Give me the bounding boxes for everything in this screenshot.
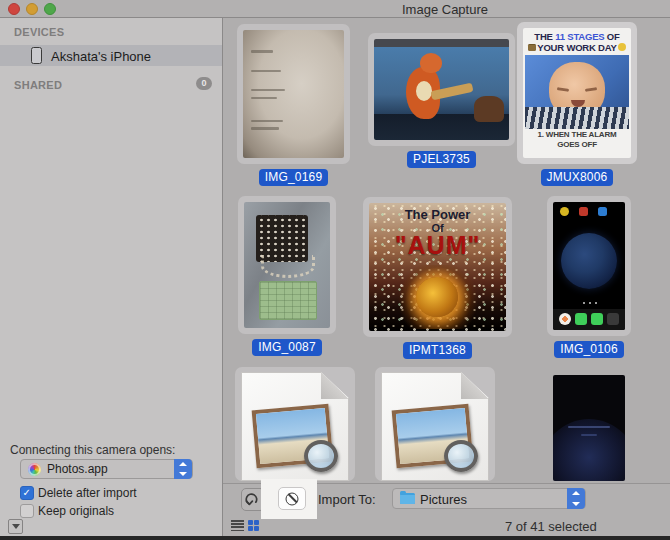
close-button-icon[interactable] <box>8 3 20 15</box>
sleepy-face-emoji-icon <box>618 43 626 51</box>
photo-preview <box>374 39 509 140</box>
sidebar: DEVICES Akshata's iPhone SHARED 0 Connec… <box>0 18 223 536</box>
meme-caption: 1. WHEN THE ALARM GOES OFF <box>523 126 631 158</box>
poster-line1: The Power <box>369 207 506 222</box>
thumbnail-pjel3735[interactable]: PJEL3735 <box>368 33 515 168</box>
page-dots <box>581 302 597 304</box>
iphone-icon <box>31 47 42 64</box>
poster-preview: The Power Of "AUM" <box>369 203 506 331</box>
photos-app-icon <box>28 463 41 476</box>
meme-title-line1: THE 11 STAGES OF <box>523 31 631 42</box>
screenshot-preview <box>553 202 625 330</box>
selection-highlight <box>368 33 515 146</box>
select-stepper-icon <box>174 459 192 479</box>
import-destination-value: Pictures <box>420 492 467 507</box>
list-view-button[interactable] <box>231 520 244 531</box>
thumbnail-jmux8006[interactable]: THE 11 STAGES OF YOUR WORK DAY 1. WHE <box>517 22 637 186</box>
checkbox-unchecked-icon[interactable] <box>20 504 34 518</box>
prohibition-icon <box>286 492 299 505</box>
filename-badge: JMUX8006 <box>541 169 614 186</box>
select-stepper-icon <box>567 488 585 509</box>
baby-photo <box>525 55 629 129</box>
selection-highlight: THE 11 STAGES OF YOUR WORK DAY 1. WHE <box>517 22 637 164</box>
filename-badge: PJEL3735 <box>407 151 476 168</box>
selection-highlight: The Power Of "AUM" <box>363 197 512 337</box>
checkbox-label: Keep originals <box>38 504 114 518</box>
title-bar: Image Capture <box>0 0 670 18</box>
dark-screenshot-preview <box>553 375 625 481</box>
minimize-button-icon[interactable] <box>26 3 38 15</box>
checkbox-label: Delete after import <box>38 486 137 500</box>
filename-badge: IMG_0169 <box>259 169 329 186</box>
photo-preview <box>243 30 344 158</box>
zoom-button-icon[interactable] <box>44 3 56 15</box>
shared-section-header: SHARED <box>14 79 62 91</box>
rotate-arrow-icon <box>244 491 260 507</box>
devices-section-header: DEVICES <box>14 26 64 38</box>
magnifier-loupe-icon <box>304 440 338 472</box>
import-to-label: Import To: <box>318 492 376 507</box>
filename-badge: IMG_0087 <box>252 339 322 356</box>
status-bar: 7 of 41 selected <box>223 516 670 536</box>
sidebar-item-device[interactable]: Akshata's iPhone <box>0 45 222 66</box>
camera-app-value: Photos.app <box>47 462 108 476</box>
shared-count-badge: 0 <box>196 77 212 90</box>
selection-highlight <box>235 367 355 481</box>
meme-title-line2: YOUR WORK DAY <box>523 42 631 53</box>
camera-opens-label: Connecting this camera opens: <box>10 443 175 457</box>
image-capture-window: Image Capture DEVICES Akshata's iPhone S… <box>0 0 670 540</box>
thumbnail-file-icon-2[interactable] <box>375 367 495 481</box>
checkbox-checked-icon[interactable] <box>20 486 34 500</box>
disclosure-button[interactable] <box>8 519 23 534</box>
selection-highlight <box>375 367 495 481</box>
thumbnail-ipmt1368[interactable]: The Power Of "AUM" IPMT1368 <box>363 197 512 359</box>
app-icon <box>560 207 569 216</box>
thumbnail-file-icon-1[interactable] <box>235 367 355 481</box>
dock-bar <box>553 309 625 330</box>
meme-preview: THE 11 STAGES OF YOUR WORK DAY 1. WHE <box>523 28 631 158</box>
camera-app-select[interactable]: Photos.app <box>20 459 193 479</box>
app-icon <box>598 207 607 216</box>
poster-line3: "AUM" <box>369 231 506 260</box>
filename-badge: IMG_0106 <box>554 341 624 358</box>
delete-button[interactable] <box>278 487 306 510</box>
selection-count: 7 of 41 selected <box>505 519 597 534</box>
window-title: Image Capture <box>402 2 488 17</box>
screen-bottom-edge <box>0 536 670 540</box>
earth-wallpaper <box>561 233 617 289</box>
thumbnail-img-0169[interactable]: IMG_0169 <box>237 24 350 186</box>
folder-icon <box>400 493 415 504</box>
selection-highlight <box>237 24 350 164</box>
om-symbol-graphic <box>398 265 478 329</box>
briefcase-emoji-icon <box>528 44 536 51</box>
app-icon <box>579 207 588 216</box>
grid-view-button[interactable] <box>248 520 259 531</box>
photo-preview <box>244 202 330 328</box>
thumbnail-lock-screen[interactable] <box>553 375 625 481</box>
import-destination-select[interactable]: Pictures <box>392 488 586 509</box>
magnifier-loupe-icon <box>444 440 478 472</box>
selection-highlight <box>238 196 336 334</box>
filename-badge: IPMT1368 <box>403 342 472 359</box>
thumbnail-img-0087[interactable]: IMG_0087 <box>238 196 336 356</box>
selection-highlight <box>547 196 631 336</box>
device-name: Akshata's iPhone <box>51 49 151 64</box>
thumbnail-img-0106[interactable]: IMG_0106 <box>547 196 631 358</box>
